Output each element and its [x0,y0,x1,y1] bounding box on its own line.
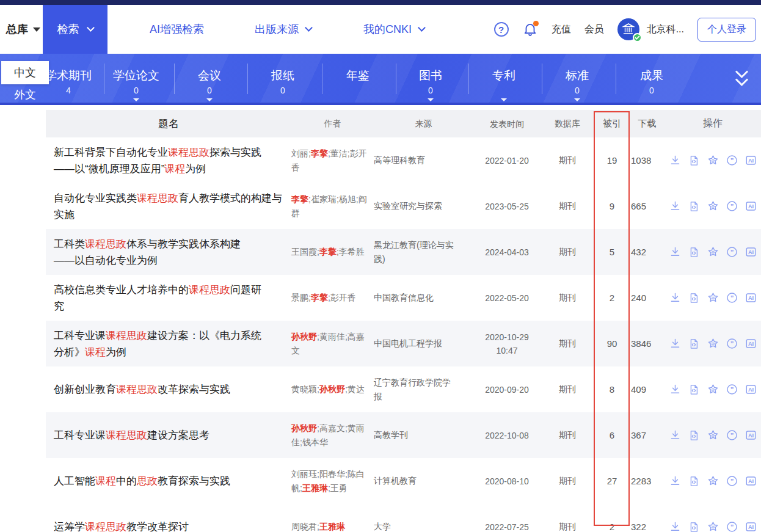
source-journal[interactable]: 中国电机工程学报 [374,337,473,351]
download-icon[interactable] [668,429,682,442]
authors-cell[interactable]: 孙秋野;高嘉文;黄雨佳;钱本华 [291,421,374,450]
html-read-icon[interactable] [687,429,701,442]
source-journal[interactable]: 黑龙江教育(理论与实践) [374,238,473,266]
result-title-link[interactable]: 工科专业课课程思政建设方案：以《电力系统分析》课程为例 [46,327,291,360]
source-journal[interactable]: 高教学刊 [374,428,473,442]
cite-icon[interactable]: ” [725,291,738,305]
nav-my-cnki[interactable]: 我的CNKI [363,5,424,54]
cite-icon[interactable]: ” [725,200,738,213]
nav-publication-source[interactable]: 出版来源 [255,5,311,54]
download-icon[interactable] [668,337,682,351]
authors-cell[interactable]: 景鹏;李擎;彭开香 [291,291,374,305]
cite-icon[interactable]: ” [725,520,738,532]
resource-tab-5[interactable]: 年鉴 [321,54,395,103]
personal-login-button[interactable]: 个人登录 [697,18,756,42]
org-name[interactable]: 北京科... [647,23,684,36]
resource-tab-8[interactable]: 标准0 [541,54,614,103]
source-journal[interactable]: 计算机教育 [374,474,473,488]
html-read-icon[interactable] [687,520,701,532]
cited-count[interactable]: 6 [594,430,630,440]
resource-tab-3[interactable]: 会议0 [173,54,246,103]
favorite-icon[interactable] [706,475,719,488]
lang-tab-foreign[interactable]: 外文 [1,84,49,105]
download-count[interactable]: 1038 [630,155,665,166]
html-read-icon[interactable] [687,200,701,213]
authors-cell[interactable]: 刘丽;李擎;董洁;彭开香 [291,147,374,175]
member-link[interactable]: 会员 [584,23,604,36]
cite-icon[interactable]: ” [725,337,738,351]
ai-icon[interactable]: AI [744,246,757,259]
notification-bell-icon[interactable] [522,21,538,37]
source-journal[interactable]: 辽宁教育行政学院学报 [374,376,473,404]
ai-icon[interactable]: AI [744,520,757,532]
download-icon[interactable] [668,200,682,213]
source-journal[interactable]: 高等理科教育 [374,153,473,167]
result-title-link[interactable]: 运筹学课程思政教学改革探讨 [46,519,291,532]
download-icon[interactable] [668,246,682,259]
download-icon[interactable] [668,291,682,305]
cite-icon[interactable]: ” [725,383,738,396]
download-count[interactable]: 665 [630,201,665,211]
download-icon[interactable] [668,383,682,396]
cited-count[interactable]: 27 [594,476,630,486]
authors-cell[interactable]: 黄晓颖;孙秋野;黄达 [291,382,374,396]
authors-cell[interactable]: 周晓君;王雅琳 [291,520,374,532]
download-count[interactable]: 2283 [630,476,665,486]
download-count[interactable]: 432 [630,247,665,257]
favorite-icon[interactable] [706,200,719,213]
cited-count[interactable]: 9 [594,201,630,211]
cite-icon[interactable]: ” [725,246,738,259]
resource-tab-2[interactable]: 学位论文0 [100,54,173,103]
cite-icon[interactable]: ” [725,475,738,488]
cite-icon[interactable]: ” [725,429,738,442]
help-icon[interactable]: ? [494,22,509,37]
authors-cell[interactable]: 王国霞;李擎;李希胜 [291,245,374,259]
cited-count[interactable]: 2 [594,522,630,532]
ai-icon[interactable]: AI [744,429,757,442]
download-count[interactable]: 367 [630,430,665,440]
ai-icon[interactable]: AI [744,291,757,305]
download-icon[interactable] [668,154,682,167]
source-journal[interactable]: 中国教育信息化 [374,291,473,305]
ai-icon[interactable]: AI [744,200,757,213]
recharge-link[interactable]: 充值 [552,23,571,36]
expand-more-icon[interactable] [732,66,754,92]
html-read-icon[interactable] [687,383,701,396]
result-title-link[interactable]: 人工智能课程中的思政教育探索与实践 [46,473,291,489]
download-count[interactable]: 240 [630,293,665,303]
html-read-icon[interactable] [687,475,701,488]
result-title-link[interactable]: 创新创业教育课程思政改革探索与实践 [46,381,291,398]
ai-icon[interactable]: AI [744,383,757,396]
favorite-icon[interactable] [706,520,719,532]
resource-tab-4[interactable]: 报纸0 [246,54,319,103]
favorite-icon[interactable] [706,246,719,259]
ai-icon[interactable]: AI [744,154,757,167]
source-journal[interactable]: 大学 [374,520,473,532]
result-title-link[interactable]: 自动化专业实践类课程思政育人教学模式的构建与实施 [46,190,291,223]
result-title-link[interactable]: 新工科背景下自动化专业课程思政探索与实践——以“微机原理及应用”课程为例 [46,144,291,177]
download-count[interactable]: 409 [630,384,665,395]
favorite-icon[interactable] [706,291,719,305]
institution-avatar[interactable] [617,18,639,40]
resource-tab-7[interactable]: 专利 [467,54,541,103]
ai-icon[interactable]: AI [744,337,757,351]
tab-search-active[interactable]: 检索 [43,5,107,54]
favorite-icon[interactable] [706,337,719,351]
html-read-icon[interactable] [687,337,701,351]
favorite-icon[interactable] [706,429,719,442]
favorite-icon[interactable] [706,383,719,396]
cited-count[interactable]: 2 [594,293,630,303]
result-title-link[interactable]: 工科类课程思政体系与教学实践体系构建——以自动化专业为例 [46,236,291,269]
authors-cell[interactable]: 刘丽珏;阳春华;陈白帆;王雅琳;王勇 [291,467,374,495]
cited-count[interactable]: 90 [594,338,630,349]
ai-icon[interactable]: AI [744,475,757,488]
result-title-link[interactable]: 高校信息类专业人才培养中的课程思政问题研究 [46,282,291,315]
database-selector[interactable]: 总库 [6,5,40,54]
authors-cell[interactable]: 孙秋野;黄雨佳;高嘉文 [291,330,374,358]
html-read-icon[interactable] [687,246,701,259]
cited-count[interactable]: 8 [594,384,630,395]
cited-count[interactable]: 5 [594,247,630,257]
resource-tab-9[interactable]: 成果0 [615,54,688,103]
download-icon[interactable] [668,475,682,488]
favorite-icon[interactable] [706,154,719,167]
